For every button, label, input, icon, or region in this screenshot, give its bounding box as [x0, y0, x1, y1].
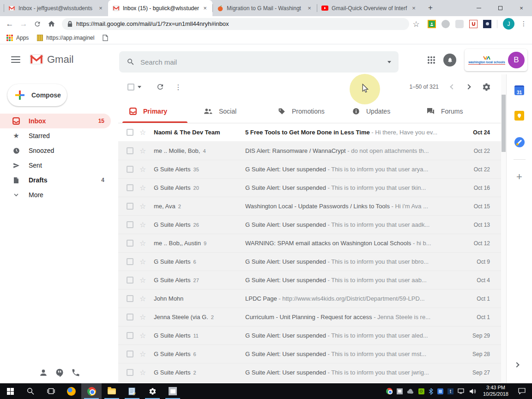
sidebar-item-sent[interactable]: Sent [0, 158, 111, 173]
email-row[interactable]: ☆ G Suite Alerts 20 G Suite Alert: User … [118, 179, 501, 197]
minimize-button[interactable] [468, 0, 490, 16]
browser-menu-icon[interactable]: ⋮ [520, 23, 527, 25]
bookmark-imagine[interactable]: https://app.imaginel [37, 35, 94, 41]
nvidia-tray-icon[interactable] [418, 388, 424, 394]
email-checkbox[interactable] [127, 295, 133, 302]
extension-icon-faded[interactable] [455, 20, 464, 28]
tab-primary[interactable]: Primary [122, 99, 187, 123]
select-caret-icon[interactable] [138, 86, 141, 88]
newer-page-icon[interactable] [450, 84, 455, 89]
browser-tab[interactable]: Inbox (15) - bgulick@wlsstuder × [108, 0, 212, 16]
notepad-icon[interactable] [122, 383, 142, 399]
chrome-tray-icon[interactable] [386, 388, 393, 394]
app-tray-icon[interactable] [397, 388, 403, 394]
select-all-checkbox[interactable] [127, 84, 134, 91]
google-apps-icon[interactable] [428, 56, 435, 64]
email-checkbox[interactable] [127, 166, 133, 173]
home-icon[interactable] [44, 20, 58, 28]
star-icon[interactable]: ☆ [139, 295, 148, 302]
scrollbar-thumb[interactable] [502, 95, 506, 152]
tasks-icon[interactable] [514, 137, 525, 147]
settings-gear-icon[interactable] [482, 83, 491, 91]
tab-close-icon[interactable]: × [306, 5, 313, 12]
email-checkbox[interactable] [127, 129, 133, 136]
email-row[interactable]: ☆ me .. Mollie, Bob, 4 DIS Alert: Ransom… [118, 142, 501, 160]
account-chip[interactable]: washington local schools B [465, 49, 527, 71]
volume-tray-icon[interactable] [469, 388, 476, 394]
bookmark-page[interactable] [103, 35, 108, 41]
older-page-icon[interactable] [466, 84, 471, 89]
email-row[interactable]: ☆ G Suite Alerts 35 G Suite Alert: User … [118, 160, 501, 179]
app-window-icon[interactable] [163, 383, 183, 399]
star-icon[interactable]: ☆ [139, 314, 148, 321]
star-icon[interactable]: ☆ [139, 240, 148, 247]
email-row[interactable]: ☆ G Suite Alerts 6 G Suite Alert: User s… [118, 345, 501, 363]
extension-icon-gray-circle[interactable] [441, 20, 450, 28]
calendar-icon[interactable]: 31 [514, 85, 524, 95]
star-icon[interactable]: ☆ [139, 277, 148, 284]
back-icon[interactable]: ← [3, 19, 17, 29]
star-icon[interactable]: ☆ [139, 203, 148, 210]
contacts-icon[interactable] [39, 368, 48, 377]
notifications-bell-icon[interactable] [443, 54, 456, 66]
settings-gear-taskbar-icon[interactable] [142, 383, 163, 399]
main-menu-icon[interactable] [11, 54, 20, 65]
tab-close-icon[interactable]: × [97, 5, 104, 12]
extension-icon-red-shield[interactable] [469, 20, 478, 28]
email-row[interactable]: ☆ Jenna Steele (via G. 2 Curriculum - Un… [118, 308, 501, 326]
star-icon[interactable]: ☆ [139, 258, 148, 266]
extension-icon-navy[interactable] [483, 20, 491, 28]
taskbar-search-icon[interactable] [20, 383, 41, 399]
gmail-logo[interactable]: Gmail [30, 54, 73, 66]
sidebar-item-drafts[interactable]: Drafts 4 [0, 173, 111, 187]
refresh-icon[interactable] [156, 83, 164, 91]
email-checkbox[interactable] [127, 147, 133, 154]
tab-updates[interactable]: Updates [345, 99, 411, 123]
search-bar[interactable] [119, 51, 399, 73]
email-checkbox[interactable] [127, 314, 133, 320]
email-row[interactable]: ☆ John Mohn LPDC Page - http://www.wls4k… [118, 290, 501, 308]
taskbar-clock[interactable]: 3:43 PM 10/25/2018 [480, 385, 511, 398]
phone-icon[interactable] [71, 368, 80, 377]
browser-tab[interactable]: Gmail-Quick Overview of Interf × [317, 0, 421, 16]
compose-button[interactable]: Compose [7, 84, 67, 106]
sidebar-item-inbox[interactable]: Inbox 15 [0, 114, 111, 128]
tab-close-icon[interactable]: × [201, 5, 209, 12]
file-explorer-icon[interactable] [102, 383, 122, 399]
email-checkbox[interactable] [127, 240, 133, 247]
email-row[interactable]: ☆ G Suite Alerts 2 G Suite Alert: User s… [118, 363, 501, 382]
email-row[interactable]: ☆ G Suite Alerts 11 G Suite Alert: User … [118, 326, 501, 345]
close-button[interactable]: × [511, 0, 532, 16]
star-icon[interactable]: ☆ [139, 332, 148, 339]
star-icon[interactable]: ☆ [139, 147, 148, 155]
tab-close-icon[interactable]: × [410, 5, 417, 12]
tab-social[interactable]: Social [197, 99, 262, 123]
email-row[interactable]: ☆ G Suite Alerts 26 G Suite Alert: User … [118, 216, 501, 234]
software-tray-icon[interactable] [437, 388, 443, 394]
sidebar-item-more[interactable]: More [0, 187, 111, 202]
gmail-account-avatar[interactable]: B [508, 52, 525, 68]
star-icon[interactable]: ☆ [139, 184, 148, 192]
tab-promotions[interactable]: Promotions [271, 99, 336, 123]
email-checkbox[interactable] [127, 277, 133, 284]
apps-bookmark[interactable]: Apps [6, 35, 29, 41]
firefox-taskbar-icon[interactable] [61, 383, 81, 399]
email-checkbox[interactable] [127, 258, 133, 265]
hangouts-icon[interactable] [55, 368, 64, 377]
email-row[interactable]: ☆ Naomi & The Dev Team 5 Free Tools to G… [118, 123, 501, 142]
star-icon[interactable]: ☆ [139, 166, 148, 173]
restore-button[interactable] [490, 0, 511, 16]
task-view-icon[interactable] [41, 383, 61, 399]
star-icon[interactable]: ☆ [139, 129, 148, 136]
browser-profile-avatar[interactable]: J [503, 18, 514, 30]
get-addons-icon[interactable]: + [516, 171, 522, 183]
browser-tab[interactable]: Migration to G Mail - Washingt × [212, 0, 317, 16]
email-checkbox[interactable] [127, 351, 133, 357]
t-app-tray-icon[interactable]: t [447, 388, 453, 394]
tab-forums[interactable]: Forums [420, 99, 485, 123]
scrollbar[interactable] [501, 74, 506, 383]
keep-icon[interactable] [514, 111, 524, 121]
email-checkbox[interactable] [127, 221, 133, 228]
sidebar-item-snoozed[interactable]: Snoozed [0, 143, 111, 158]
more-options-icon[interactable]: ⋮ [175, 86, 182, 88]
